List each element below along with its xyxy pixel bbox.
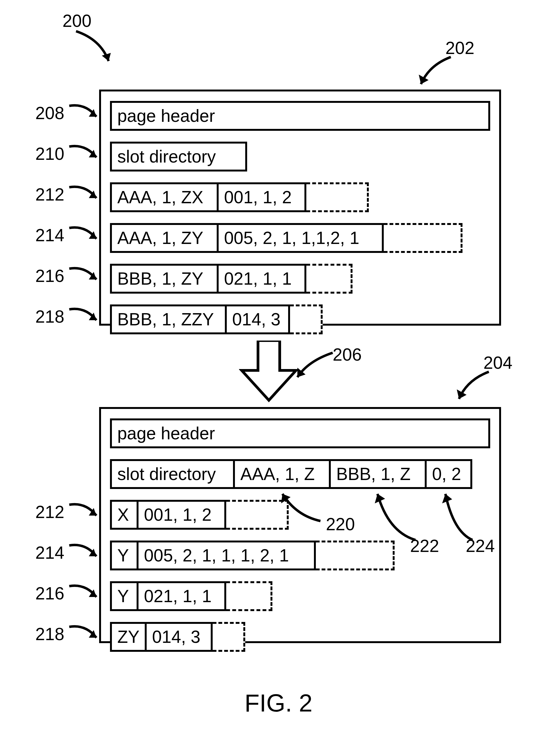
figure-caption: FIG. 2 <box>0 689 557 717</box>
row-214-bottom-free <box>316 540 394 570</box>
row-212-top-b-label: 001, 1, 2 <box>218 184 304 210</box>
slot-directory-bottom-label: slot directory <box>112 461 233 487</box>
slot-directory-bottom-a-label: AAA, 1, Z <box>235 461 329 487</box>
ref-218-top-arrow <box>69 307 102 331</box>
slot-directory-top: slot directory <box>110 141 247 171</box>
ref-222-arrow <box>375 491 421 543</box>
row-216-bottom-b-label: 021, 1, 1 <box>139 583 224 609</box>
ref-216-top-arrow <box>69 266 102 290</box>
row-216-bottom-a-label: Y <box>112 583 137 609</box>
row-214-bottom-b-label: 005, 2, 1, 1, 1, 2, 1 <box>139 542 314 568</box>
ref-210-arrow <box>69 144 102 168</box>
ref-218-bottom: 218 <box>35 624 64 644</box>
ref-214-top-arrow <box>69 225 102 250</box>
row-214-top-a-label: AAA, 1, ZY <box>112 225 217 251</box>
ref-212-bottom: 212 <box>35 502 64 522</box>
ref-218-bottom-arrow <box>69 624 102 649</box>
ref-216-top: 216 <box>35 266 64 286</box>
ref-214-bottom-arrow <box>69 543 102 567</box>
ref-220-arrow <box>280 491 326 524</box>
page-header-top-label: page header <box>112 103 488 129</box>
slot-directory-top-label: slot directory <box>112 144 245 169</box>
ref-206: 206 <box>333 345 362 365</box>
row-214-top-a: AAA, 1, ZY <box>110 223 218 253</box>
row-218-bottom-b: 014, 3 <box>145 622 213 652</box>
row-212-bottom-a: X <box>110 500 139 530</box>
ref-212-top: 212 <box>35 185 64 204</box>
ref-202: 202 <box>445 38 474 58</box>
row-216-top-b-label: 021, 1, 1 <box>218 266 304 292</box>
ref-216-bottom-arrow <box>69 584 102 608</box>
slot-directory-bottom-c: 0, 2 <box>425 459 472 489</box>
page-header-top: page header <box>110 101 490 131</box>
ref-208-arrow <box>69 103 102 128</box>
down-arrow-icon <box>239 341 299 403</box>
row-212-bottom-a-label: X <box>112 502 137 528</box>
ref-216-bottom: 216 <box>35 584 64 603</box>
ref-210: 210 <box>35 144 64 164</box>
row-212-bottom-free <box>226 500 289 530</box>
ref-218-top: 218 <box>35 307 64 327</box>
ref-208: 208 <box>35 103 64 123</box>
row-214-bottom-b: 005, 2, 1, 1, 1, 2, 1 <box>137 540 316 570</box>
row-212-bottom-b: 001, 1, 2 <box>137 500 226 530</box>
row-212-bottom-b-label: 001, 1, 2 <box>139 502 224 528</box>
row-214-bottom-a-label: Y <box>112 542 137 568</box>
row-214-top-free <box>384 223 463 253</box>
page-header-bottom-label: page header <box>112 420 488 446</box>
row-218-top-b: 014, 3 <box>225 305 290 334</box>
ref-214-bottom: 214 <box>35 543 64 563</box>
ref-200-arrow <box>68 31 111 69</box>
row-212-top-a-label: AAA, 1, ZX <box>112 184 217 210</box>
ref-204-arrow <box>456 372 494 407</box>
row-216-bottom-b: 021, 1, 1 <box>137 581 226 611</box>
row-218-bottom-a: ZY <box>110 622 147 652</box>
row-216-bottom-free <box>226 581 272 611</box>
ref-206-arrow <box>295 353 338 383</box>
ref-212-top-arrow <box>69 185 102 209</box>
row-212-top-b: 001, 1, 2 <box>217 182 306 212</box>
slot-directory-bottom: slot directory <box>110 459 235 489</box>
ref-224: 224 <box>466 536 495 556</box>
ref-220: 220 <box>326 514 355 534</box>
ref-222: 222 <box>410 536 439 556</box>
row-218-top-free <box>290 305 323 334</box>
ref-212-bottom-arrow <box>69 502 102 527</box>
ref-214-top: 214 <box>35 225 64 245</box>
ref-202-arrow <box>418 57 456 92</box>
slot-directory-bottom-c-label: 0, 2 <box>427 461 470 487</box>
row-218-bottom-free <box>213 622 245 652</box>
row-216-top-a: BBB, 1, ZY <box>110 264 218 294</box>
row-216-top-free <box>306 264 352 294</box>
slot-directory-bottom-b: BBB, 1, Z <box>329 459 427 489</box>
slot-directory-bottom-a: AAA, 1, Z <box>233 459 331 489</box>
row-218-top-b-label: 014, 3 <box>227 306 288 333</box>
row-216-bottom-a: Y <box>110 581 139 611</box>
row-214-top-b: 005, 2, 1, 1,1,2, 1 <box>217 223 384 253</box>
ref-204: 204 <box>483 353 512 373</box>
row-214-top-b-label: 005, 2, 1, 1,1,2, 1 <box>218 225 382 251</box>
row-216-top-a-label: BBB, 1, ZY <box>112 266 217 292</box>
row-218-top-a: BBB, 1, ZZY <box>110 305 227 334</box>
ref-224-arrow <box>443 491 478 543</box>
row-218-bottom-b-label: 014, 3 <box>147 624 211 650</box>
row-212-top-free <box>306 182 369 212</box>
row-214-bottom-a: Y <box>110 540 139 570</box>
row-218-top-a-label: BBB, 1, ZZY <box>112 306 225 333</box>
row-216-top-b: 021, 1, 1 <box>217 264 306 294</box>
ref-200: 200 <box>62 11 91 31</box>
row-218-bottom-a-label: ZY <box>112 624 145 650</box>
page-header-bottom: page header <box>110 418 490 448</box>
slot-directory-bottom-b-label: BBB, 1, Z <box>331 461 425 487</box>
row-212-top-a: AAA, 1, ZX <box>110 182 218 212</box>
